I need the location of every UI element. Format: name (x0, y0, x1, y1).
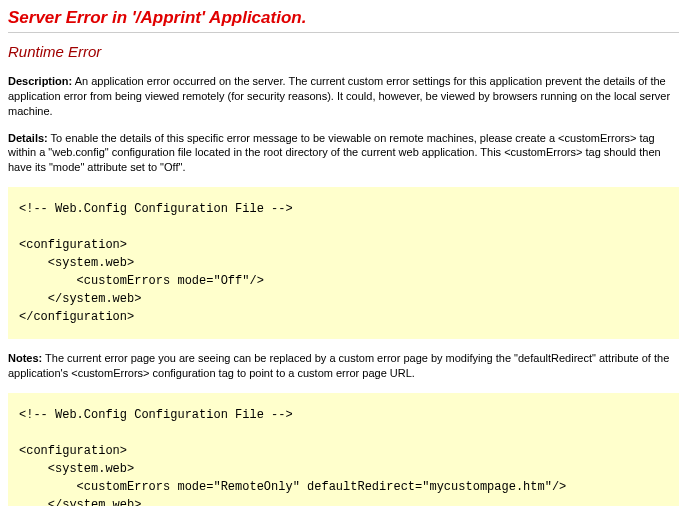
error-type-heading: Runtime Error (8, 43, 679, 60)
page-title: Server Error in '/Apprint' Application. (8, 8, 679, 28)
notes-label: Notes: (8, 352, 42, 364)
details-label: Details: (8, 132, 48, 144)
code-block-remoteonly: <!-- Web.Config Configuration File --> <… (8, 393, 679, 506)
details-text: To enable the details of this specific e… (8, 132, 661, 174)
code-block-off: <!-- Web.Config Configuration File --> <… (8, 187, 679, 339)
description-text: An application error occurred on the ser… (8, 75, 670, 117)
notes-text: The current error page you are seeing ca… (8, 352, 669, 379)
description-label: Description: (8, 75, 72, 87)
description-paragraph: Description: An application error occurr… (8, 74, 679, 119)
divider (8, 32, 679, 33)
notes-paragraph: Notes: The current error page you are se… (8, 351, 679, 381)
details-paragraph: Details: To enable the details of this s… (8, 131, 679, 176)
